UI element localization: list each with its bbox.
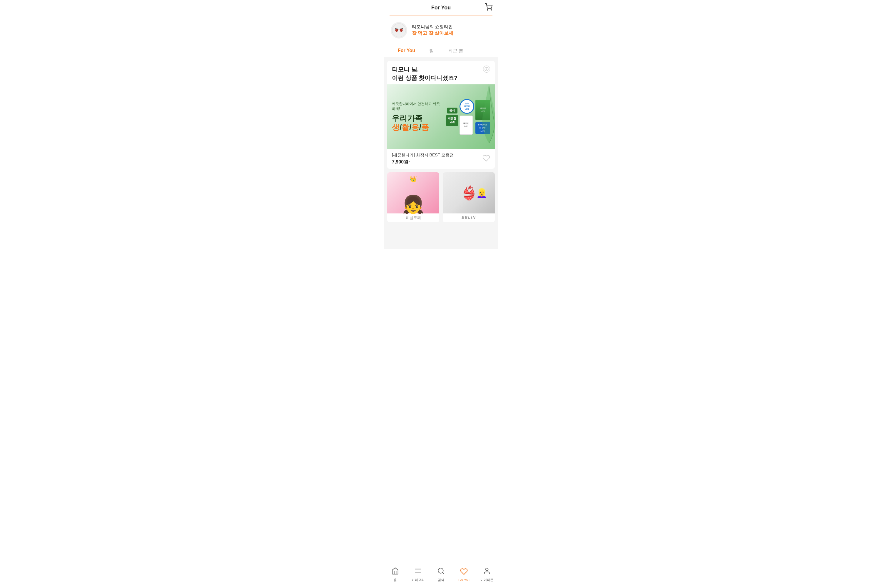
banner-right: 공식 깨끗한나라 순수깨끗한나라 깨끗한나라 깨끗한나라 비데후엔깨끗한나라 (441, 99, 490, 135)
heart-icon-active (460, 568, 468, 577)
nav-for-you-label: For You (458, 578, 470, 582)
svg-point-2 (392, 24, 406, 37)
kids-card-image: 👑 👧 (387, 172, 439, 213)
product-banner[interactable]: 깨끗한나라에서 안전하고 깨끗하게! 우리가족 생/활/용/품 공식 깨끗한나라… (387, 84, 495, 149)
card-title-line1: 티모니 님, (392, 66, 490, 74)
wishlist-icon[interactable] (483, 154, 490, 164)
user-icon (483, 567, 490, 576)
svg-point-1 (491, 9, 492, 10)
search-icon (437, 567, 445, 576)
avatar (391, 22, 407, 39)
bottom-spacer (387, 222, 495, 246)
recommendation-card: 티모니 님, 이런 상품 찾아다니셨죠? ! 깨끗한나라에서 안전하고 깨끗하게… (387, 61, 495, 169)
nav-home[interactable]: 홈 (386, 567, 404, 582)
kids-brand-center: 페넬로페 (387, 213, 439, 222)
card-header: 티모니 님, 이런 상품 찾아다니셨죠? ! (387, 61, 495, 84)
nav-mytimon[interactable]: 마이티몬 (478, 567, 496, 582)
banner-main-text: 우리가족 생/활/용/품 (392, 114, 441, 132)
lingerie-model: 👱‍♀️ (469, 172, 495, 213)
header-title: For You (431, 5, 451, 11)
tab-bar: For You 찜 최근 본 (384, 44, 498, 57)
profile-section: 티모니님의 쇼핑타입 잘 먹고 잘 살아보세 (384, 16, 498, 44)
leaf-decoration (480, 84, 495, 143)
product-info: [깨끗한나라] 화장지 BEST 모음전 7,900원~ (387, 149, 495, 169)
profile-name: 티모니님의 쇼핑타입 (412, 24, 453, 30)
brand-badge: 깨끗한나라 (446, 115, 458, 126)
cart-icon[interactable] (485, 3, 492, 13)
svg-text:!: ! (486, 68, 487, 71)
kids-product-card[interactable]: 👑 👧 페넬로페 (387, 172, 439, 222)
lingerie-brand-center: EBLIN (443, 213, 495, 221)
official-badge: 공식 (447, 108, 458, 114)
product-circle: 순수깨끗한나라 (459, 99, 474, 114)
svg-line-14 (442, 572, 444, 574)
lingerie-product-card[interactable]: 👙 👱‍♀️ EBLIN (443, 172, 495, 222)
product-price: 7,900원~ (392, 159, 454, 165)
svg-point-15 (486, 568, 488, 571)
nav-for-you[interactable]: For You (455, 568, 473, 582)
home-icon (392, 567, 399, 576)
nav-category-label: 카테고리 (412, 578, 424, 582)
bottom-navigation: 홈 카테고리 검색 For You 마 (384, 564, 498, 588)
svg-point-0 (488, 9, 488, 10)
crown-icon: 👑 (410, 175, 417, 182)
tab-for-you[interactable]: For You (391, 44, 422, 57)
kid-figure: 👧 (402, 196, 424, 213)
profile-subtitle: 잘 먹고 잘 살아보세 (412, 30, 453, 36)
info-icon[interactable]: ! (483, 66, 490, 73)
profile-text: 티모니님의 쇼핑타입 잘 먹고 잘 살아보세 (412, 24, 453, 36)
nav-search-label: 검색 (438, 578, 444, 582)
nav-search[interactable]: 검색 (432, 567, 450, 582)
app-header: For You (384, 0, 498, 16)
main-content: 티모니 님, 이런 상품 찾아다니셨죠? ! 깨끗한나라에서 안전하고 깨끗하게… (384, 57, 498, 249)
banner-text1: 깨끗한나라에서 안전하고 깨끗하게! (392, 101, 441, 111)
tab-wish[interactable]: 찜 (422, 44, 441, 57)
banner-left: 깨끗한나라에서 안전하고 깨끗하게! 우리가족 생/활/용/품 (392, 101, 441, 132)
tab-recent[interactable]: 최근 본 (441, 44, 470, 57)
nav-mytimon-label: 마이티몬 (480, 578, 494, 582)
small-cards-row: 👑 👧 페넬로페 👙 👱‍♀️ EBLIN (387, 172, 495, 222)
card-title-line2: 이런 상품 찾아다니셨죠? (392, 74, 490, 82)
lingerie-card-image: 👙 👱‍♀️ (443, 172, 495, 213)
nav-category[interactable]: 카테고리 (409, 567, 427, 582)
product-name: [깨끗한나라] 화장지 BEST 모음전 (392, 153, 454, 158)
category-icon (414, 567, 422, 576)
nav-home-label: 홈 (394, 578, 397, 582)
product-box: 깨끗한나라 (459, 116, 473, 135)
